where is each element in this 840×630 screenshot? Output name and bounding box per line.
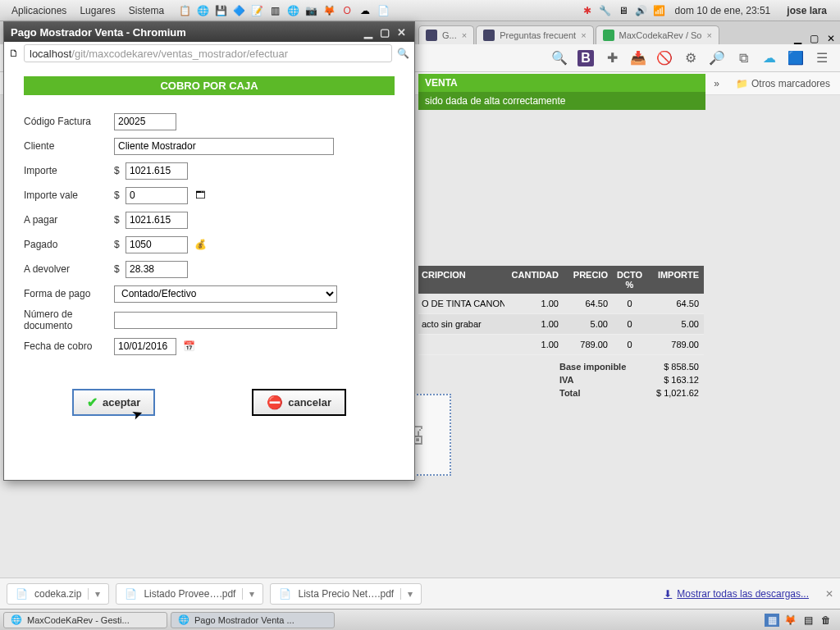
- label-devolver: A devolver: [24, 263, 114, 275]
- label-pagado: Pagado: [24, 239, 114, 250]
- calendar-icon[interactable]: 📅: [181, 339, 196, 354]
- bootstrap-icon[interactable]: B: [578, 50, 594, 66]
- download-item[interactable]: 📄codeka.zip▾: [7, 583, 109, 605]
- chromium-icon: 🌐: [11, 614, 22, 625]
- trash-icon[interactable]: 🗑: [819, 614, 833, 627]
- favicon-icon: [483, 30, 495, 41]
- network-icon[interactable]: 📶: [652, 3, 667, 18]
- chevron-down-icon[interactable]: ▾: [400, 588, 413, 600]
- search-icon[interactable]: 🔍: [397, 48, 409, 59]
- ext-icon[interactable]: ⧉: [735, 50, 751, 66]
- ext-icon[interactable]: 📥: [630, 50, 646, 66]
- cancel-icon: ⛔: [267, 395, 283, 410]
- label-importe: Importe: [24, 165, 114, 176]
- favicon-icon: [603, 30, 614, 41]
- browser-tab[interactable]: G...×: [418, 25, 474, 44]
- table-header: CRIPCION CANTIDAD PRECIO DCTO % IMPORTE: [418, 266, 704, 294]
- workspace-icon[interactable]: ▦: [765, 614, 779, 627]
- close-icon[interactable]: ×: [462, 30, 467, 40]
- menu-aplicaciones[interactable]: Aplicaciones: [5, 5, 73, 16]
- download-icon: ⬇: [664, 588, 672, 600]
- cancel-button[interactable]: ⛔ cancelar: [252, 389, 346, 416]
- tray-icon[interactable]: ▥: [267, 3, 282, 18]
- taskbar: 🌐MaxCodeKaRev - Gesti... 🌐Pago Mostrador…: [0, 609, 840, 630]
- menu-sistema[interactable]: Sistema: [122, 5, 171, 16]
- tray-icon[interactable]: ▤: [801, 614, 815, 627]
- items-table: CRIPCION CANTIDAD PRECIO DCTO % IMPORTE …: [418, 266, 704, 399]
- minimize-icon[interactable]: ▁: [794, 33, 801, 44]
- devolver-input[interactable]: [126, 261, 188, 278]
- maximize-icon[interactable]: ▢: [378, 25, 391, 39]
- importe-input[interactable]: [126, 162, 188, 180]
- money-icon[interactable]: 💰: [193, 237, 208, 252]
- tray-icon[interactable]: 🔧: [598, 3, 613, 18]
- taskbar-item[interactable]: 🌐Pago Mostrador Venta ...: [171, 612, 335, 628]
- page-icon: 🗋: [9, 48, 19, 59]
- maximize-icon[interactable]: ▢: [810, 33, 819, 44]
- volume-icon[interactable]: 🔊: [634, 3, 649, 18]
- clock[interactable]: dom 10 de ene, 23:51: [667, 5, 779, 16]
- tray-icon[interactable]: ✱: [580, 3, 595, 18]
- browser-tab[interactable]: Preguntas frecuent×: [476, 25, 593, 44]
- menu-lugares[interactable]: Lugares: [73, 5, 121, 16]
- close-icon[interactable]: ✕: [395, 25, 408, 39]
- download-item[interactable]: 📄Listado Provee….pdf▾: [116, 583, 263, 605]
- ext-icon[interactable]: 🔎: [709, 50, 725, 66]
- apagar-input[interactable]: [126, 212, 188, 229]
- show-all-downloads-link[interactable]: ⬇Mostrar todas las descargas...: [664, 588, 809, 600]
- tray-icon[interactable]: 💾: [213, 3, 228, 18]
- browser-tab[interactable]: MaxCodekaRev / So×: [596, 25, 719, 44]
- ext-icon[interactable]: ✚: [604, 50, 620, 66]
- tray-icons-left: 📋 🌐 💾 🔷 📝 ▥ 🌐 📷 🦊 O ☁ 📄: [177, 3, 390, 18]
- tray-icon[interactable]: 📷: [304, 3, 318, 18]
- ext-icon[interactable]: 🚫: [656, 50, 673, 66]
- table-row: acto sin grabar1.005.0005.00: [418, 314, 704, 335]
- close-icon[interactable]: ✕: [827, 33, 835, 44]
- tray-icon[interactable]: 🔷: [231, 3, 246, 18]
- forma-pago-select[interactable]: Contado/Efectivo: [114, 285, 337, 303]
- cloud-icon[interactable]: ☁: [761, 50, 778, 66]
- tray-icon[interactable]: 📄: [376, 3, 390, 18]
- window-titlebar[interactable]: Pago Mostrador Venta - Chromium ▁ ▢ ✕: [4, 22, 414, 42]
- vale-input[interactable]: [126, 187, 188, 204]
- tray-icon[interactable]: 📋: [177, 3, 192, 18]
- success-message: sido dada de alta correctamente: [418, 92, 705, 110]
- favicon-icon: [426, 30, 437, 41]
- tray-icon[interactable]: 📝: [249, 3, 264, 18]
- tray-icon[interactable]: 🌐: [285, 3, 300, 18]
- opera-icon[interactable]: O: [340, 3, 354, 18]
- firefox-icon[interactable]: 🦊: [783, 614, 797, 627]
- firefox-icon[interactable]: 🦊: [322, 3, 336, 18]
- numero-documento-input[interactable]: [114, 312, 337, 329]
- label-apagar: A pagar: [24, 214, 114, 226]
- tray-icon[interactable]: 🖥: [616, 3, 631, 18]
- tray-icon[interactable]: ☁: [358, 3, 372, 18]
- chevron-down-icon[interactable]: ▾: [242, 588, 254, 600]
- codigo-input[interactable]: [114, 113, 176, 130]
- page-section-header: VENTA: [418, 74, 705, 92]
- close-icon[interactable]: ×: [581, 30, 586, 40]
- chevron-down-icon[interactable]: ▾: [88, 588, 100, 600]
- accept-button[interactable]: ✔ aceptar: [72, 389, 155, 416]
- bookmark-overflow[interactable]: »: [714, 78, 719, 89]
- label-vale: Importe vale: [24, 189, 114, 201]
- user-menu[interactable]: jose lara: [778, 5, 835, 16]
- vale-lookup-icon[interactable]: 🗔: [193, 188, 208, 203]
- bookmark-folder[interactable]: 📁Otros marcadores: [736, 78, 830, 89]
- url-input[interactable]: localhost/git/maxcodekarev/ventas_mostra…: [24, 44, 392, 62]
- download-item[interactable]: 📄Lista Precio Net….pdf▾: [270, 583, 422, 605]
- pagado-input[interactable]: [126, 236, 188, 253]
- minimize-icon[interactable]: ▁: [362, 25, 375, 39]
- gear-icon[interactable]: ⚙: [682, 50, 699, 66]
- payment-dialog: Pago Mostrador Venta - Chromium ▁ ▢ ✕ 🗋 …: [3, 21, 415, 481]
- close-icon[interactable]: ×: [706, 30, 711, 40]
- cliente-input[interactable]: [114, 138, 334, 155]
- menu-icon[interactable]: ☰: [814, 50, 830, 66]
- taskbar-item[interactable]: 🌐MaxCodeKaRev - Gesti...: [3, 612, 167, 628]
- taskbar-tray: ▦ 🦊 ▤ 🗑: [765, 614, 837, 627]
- search-icon[interactable]: 🔍: [551, 50, 568, 66]
- tray-icon[interactable]: 🌐: [195, 3, 210, 18]
- ext-icon[interactable]: 🟦: [788, 50, 804, 66]
- fecha-input[interactable]: [114, 338, 176, 355]
- close-icon[interactable]: ✕: [825, 588, 833, 600]
